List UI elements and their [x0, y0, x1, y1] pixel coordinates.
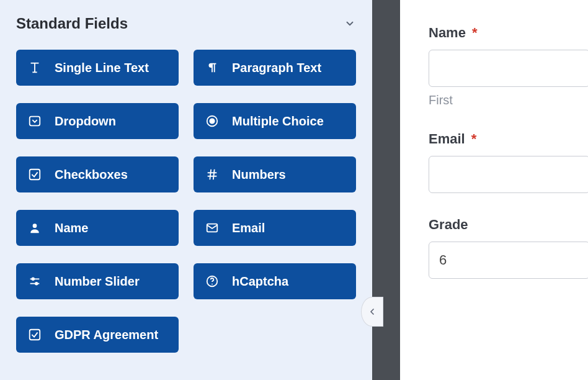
collapse-section-toggle[interactable] — [344, 17, 356, 30]
svg-rect-3 — [30, 170, 40, 180]
field-label: Single Line Text — [55, 61, 149, 75]
panel-divider — [372, 0, 400, 380]
checkbox-icon — [27, 167, 42, 182]
email-label: Email * — [429, 131, 588, 147]
name-first-sublabel: First — [429, 93, 588, 107]
field-label: Multiple Choice — [232, 114, 324, 129]
field-gdpr-agreement[interactable]: GDPR Agreement — [16, 317, 179, 353]
collapse-sidebar-tab[interactable] — [361, 297, 383, 327]
field-label: Numbers — [232, 168, 286, 182]
preview-field-name: Name * First — [429, 25, 588, 107]
text-cursor-icon — [27, 60, 42, 75]
grade-label: Grade — [429, 217, 588, 233]
field-label: Number Slider — [55, 274, 140, 289]
envelope-icon — [205, 220, 220, 235]
preview-field-email: Email * — [429, 131, 588, 193]
checkbox-icon — [27, 327, 42, 342]
label-text: Email — [429, 131, 465, 147]
required-mark: * — [471, 131, 477, 147]
field-label: Email — [232, 221, 265, 235]
label-text: Name — [429, 25, 466, 40]
chevron-down-icon — [344, 18, 355, 29]
field-label: Checkboxes — [55, 168, 128, 182]
section-title: Standard Fields — [16, 15, 128, 32]
field-paragraph-text[interactable]: Paragraph Text — [194, 50, 356, 86]
name-first-input[interactable] — [429, 50, 588, 87]
svg-point-13 — [35, 283, 38, 285]
user-icon — [27, 220, 42, 235]
section-header: Standard Fields — [16, 15, 356, 32]
field-label: Name — [55, 221, 88, 235]
svg-rect-0 — [30, 117, 40, 126]
svg-point-11 — [32, 278, 34, 281]
field-numbers[interactable]: Numbers — [194, 156, 356, 192]
hash-icon — [205, 167, 220, 182]
svg-line-6 — [210, 170, 211, 180]
field-checkboxes[interactable]: Checkboxes — [16, 156, 179, 192]
svg-line-7 — [213, 170, 215, 180]
preview-field-grade: Grade — [429, 217, 588, 279]
radio-icon — [205, 114, 220, 129]
field-name[interactable]: Name — [16, 210, 179, 246]
field-multiple-choice[interactable]: Multiple Choice — [194, 103, 356, 139]
field-label: hCaptcha — [232, 274, 288, 289]
field-single-line-text[interactable]: Single Line Text — [16, 50, 179, 86]
paragraph-icon — [205, 60, 220, 75]
fields-sidebar: Standard Fields Single Line Text Paragra… — [0, 0, 372, 380]
field-hcaptcha[interactable]: hCaptcha — [194, 263, 356, 299]
svg-point-15 — [212, 284, 213, 285]
field-label: Dropdown — [55, 114, 116, 129]
name-label: Name * — [429, 25, 588, 41]
field-email[interactable]: Email — [194, 210, 356, 246]
field-label: GDPR Agreement — [55, 328, 158, 342]
form-preview: Name * First Email * Grade — [400, 0, 588, 380]
field-number-slider[interactable]: Number Slider — [16, 263, 179, 299]
field-label: Paragraph Text — [232, 61, 321, 75]
fields-grid: Single Line Text Paragraph Text Dropdown… — [16, 50, 356, 353]
svg-rect-16 — [30, 330, 40, 340]
question-circle-icon — [205, 274, 220, 289]
sliders-icon — [27, 274, 42, 289]
dropdown-icon — [27, 114, 42, 129]
field-dropdown[interactable]: Dropdown — [16, 103, 179, 139]
svg-point-2 — [210, 119, 214, 123]
chevron-left-icon — [367, 307, 377, 317]
required-mark: * — [472, 25, 478, 40]
email-input[interactable] — [429, 156, 588, 193]
svg-point-8 — [33, 224, 37, 228]
grade-input[interactable] — [429, 242, 588, 279]
